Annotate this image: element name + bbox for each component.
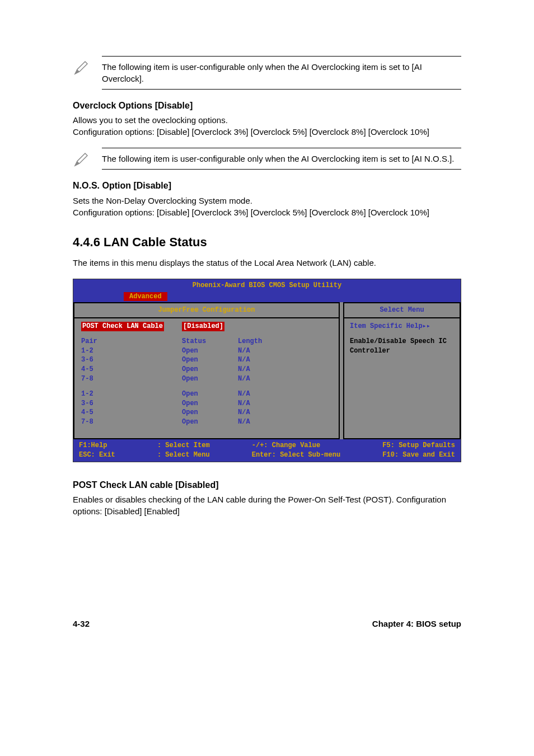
bios-title: Phoenix-Award BIOS CMOS Setup Utility — [73, 279, 461, 292]
pair-cell: 4-5 — [81, 408, 182, 417]
bios-screen: Phoenix-Award BIOS CMOS Setup Utility Ad… — [73, 279, 461, 462]
header-length: Length — [238, 337, 283, 346]
length-cell: N/A — [238, 399, 283, 408]
pair-cell: 3-6 — [81, 399, 182, 408]
post-check-desc: Enables or disables checking of the LAN … — [73, 494, 461, 517]
bios-body: JumperFree Configuration POST Check LAN … — [73, 302, 461, 439]
length-cell: N/A — [238, 417, 283, 427]
item-specific-help: Item Specific Help▸▸ — [350, 322, 454, 331]
header-pair: Pair — [81, 337, 182, 346]
pencil-icon — [73, 150, 91, 168]
nos-option-heading: N.O.S. Option [Disable] — [73, 180, 461, 192]
note-text-2: The following item is user-configurable … — [102, 148, 461, 170]
header-status: Status — [182, 337, 238, 346]
overclock-line2: Configuration options: [Disable] [Overcl… — [73, 127, 429, 137]
bios-right-title: Select Menu — [344, 303, 460, 318]
overclock-line1: Allows you to set the oveclocking option… — [73, 115, 228, 125]
footer-mid2: -/+: Change Value Enter: Select Sub-menu — [252, 441, 340, 460]
pair-cell: 3-6 — [81, 355, 182, 365]
bios-right-content: Item Specific Help▸▸ Enable/Disable Spee… — [344, 318, 460, 359]
bios-tab-advanced[interactable]: Advanced — [124, 292, 167, 301]
overclock-options-heading: Overclock Options [Disable] — [73, 100, 461, 112]
pair-cell: 7-8 — [81, 374, 182, 384]
length-cell: N/A — [238, 346, 283, 356]
table-row: 7-8OpenN/A — [81, 374, 332, 384]
pair-cell: 1-2 — [81, 346, 182, 356]
table-row: 1-2OpenN/A — [81, 389, 332, 399]
status-cell: Open — [182, 346, 238, 356]
bios-highlighted-row[interactable]: POST Check LAN Cable [Disabled] — [81, 322, 332, 331]
status-cell: Open — [182, 355, 238, 365]
length-cell: N/A — [238, 365, 283, 374]
status-cell: Open — [182, 389, 238, 399]
status-cell: Open — [182, 417, 238, 427]
lan-cable-status-heading: 4.4.6 LAN Cable Status — [73, 234, 461, 251]
chapter-label: Chapter 4: BIOS setup — [372, 618, 461, 630]
help-text: Enable/Disable Speech IC Controller — [350, 337, 454, 356]
post-check-label: POST Check LAN Cable — [81, 322, 164, 331]
page-number: 4-32 — [73, 618, 90, 630]
table-row: 4-5OpenN/A — [81, 365, 332, 374]
bios-right-panel: Select Menu Item Specific Help▸▸ Enable/… — [343, 302, 461, 439]
table-row: 3-6OpenN/A — [81, 399, 332, 408]
note-block-1: The following item is user-configurable … — [73, 56, 461, 90]
footer-mid1: : Select Item : Select Menu — [157, 441, 210, 460]
status-cell: Open — [182, 399, 238, 408]
post-check-value: [Disabled] — [182, 322, 224, 331]
table-row: 7-8OpenN/A — [81, 417, 332, 427]
status-cell: Open — [182, 374, 238, 384]
lan-cable-status-desc: The items in this menu displays the stat… — [73, 257, 461, 269]
overclock-options-body: Allows you to set the oveclocking option… — [73, 114, 461, 138]
post-check-heading: POST Check LAN cable [Disabled] — [73, 479, 461, 491]
footer-right: F5: Setup Defaults F10: Save and Exit — [382, 441, 455, 460]
bios-tab-row: Advanced — [73, 292, 461, 302]
nos-line2: Configuration options: [Disable] [Overcl… — [73, 208, 429, 217]
note-text-1: The following item is user-configurable … — [102, 56, 461, 90]
pair-cell: 7-8 — [81, 417, 182, 427]
status-cell: Open — [182, 365, 238, 374]
page-footer: 4-32 Chapter 4: BIOS setup — [73, 618, 461, 630]
bios-header-row: Pair Status Length — [81, 337, 332, 346]
table-row: 3-6OpenN/A — [81, 355, 332, 365]
length-cell: N/A — [238, 355, 283, 365]
table-row: 4-5OpenN/A — [81, 408, 332, 417]
footer-left: F1:Help ESC: Exit — [79, 441, 115, 460]
length-cell: N/A — [238, 374, 283, 384]
note-block-2: The following item is user-configurable … — [73, 148, 461, 170]
bios-left-title: JumperFree Configuration — [74, 303, 339, 318]
length-cell: N/A — [238, 389, 283, 399]
nos-line1: Sets the Non-Delay Overclocking System m… — [73, 196, 252, 205]
bios-left-panel: JumperFree Configuration POST Check LAN … — [73, 302, 340, 439]
pair-cell: 1-2 — [81, 389, 182, 399]
bios-footer: F1:Help ESC: Exit : Select Item : Select… — [73, 439, 461, 462]
pencil-icon — [73, 58, 91, 76]
bios-content: POST Check LAN Cable [Disabled] Pair Sta… — [74, 318, 339, 438]
pair-cell: 4-5 — [81, 365, 182, 374]
length-cell: N/A — [238, 408, 283, 417]
table-row: 1-2OpenN/A — [81, 346, 332, 356]
status-cell: Open — [182, 408, 238, 417]
nos-option-body: Sets the Non-Delay Overclocking System m… — [73, 195, 461, 218]
